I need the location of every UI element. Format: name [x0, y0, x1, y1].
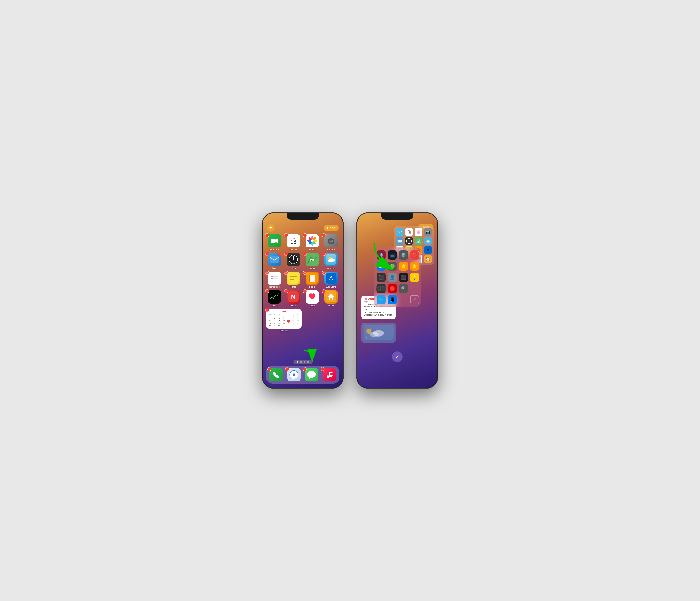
app-clock[interactable]: − 12 6 9 3 — [285, 253, 302, 269]
delete-badge[interactable]: − — [303, 233, 307, 237]
svg-rect-71 — [329, 372, 330, 377]
dock-messages[interactable]: − — [304, 368, 320, 382]
delete-badge[interactable]: − — [303, 252, 307, 256]
clock-label: Clock — [291, 267, 296, 269]
empty2 — [399, 295, 408, 304]
home-icon — [324, 290, 338, 304]
mail-label: Mail — [273, 267, 276, 269]
safari-icon — [287, 368, 301, 382]
svg-rect-72 — [333, 372, 333, 376]
svg-text:N: N — [291, 293, 296, 300]
right-notch — [381, 213, 413, 219]
folder-app: 🌸 — [415, 228, 422, 236]
add-button[interactable]: + — [267, 224, 275, 232]
delete-badge[interactable]: − — [284, 289, 288, 293]
dock-music[interactable]: − — [321, 368, 338, 382]
svg-rect-40 — [273, 281, 277, 281]
folder-app: 📷 — [424, 228, 432, 236]
delete-badge[interactable]: − — [284, 271, 288, 275]
svg-rect-1 — [271, 239, 276, 243]
right-phone: Done FRI18 🌸 📷 ✉️ 🗺️ ⛅ 📋 📝 — [356, 212, 438, 389]
svg-rect-73 — [397, 231, 402, 234]
svg-rect-43 — [290, 278, 297, 279]
notes-label: Notes — [291, 286, 296, 288]
empty-slot — [410, 284, 419, 293]
messages-icon — [305, 368, 318, 382]
svg-rect-42 — [290, 276, 297, 277]
delete-badge[interactable]: − — [303, 289, 307, 293]
svg-text:280: 280 — [311, 259, 314, 261]
calendar-widget[interactable]: − JUNE MTWTFSS 12345 78910111213 1415161… — [266, 309, 302, 332]
app-notes[interactable]: − Notes — [285, 271, 302, 288]
svg-rect-38 — [273, 279, 278, 279]
delete-badge[interactable]: − — [265, 233, 269, 237]
weather-icon — [324, 253, 338, 266]
dot-1 — [297, 361, 298, 363]
confirm-checkmark[interactable]: ✓ — [410, 295, 419, 304]
app-books[interactable]: − Books — [304, 271, 321, 288]
app-camera[interactable]: − Camera — [323, 234, 340, 251]
reminders-icon — [268, 271, 281, 285]
app-facetime[interactable]: − FaceTime — [266, 234, 283, 251]
app-reminders[interactable]: − Reminders — [266, 271, 283, 288]
app-stocks[interactable]: − Stocks — [266, 290, 283, 307]
delete-badge[interactable]: − — [285, 367, 289, 371]
health-label: Health — [309, 304, 316, 307]
calendar-icon: FRI 18 — [287, 234, 300, 247]
notes-icon — [287, 271, 300, 285]
svg-point-35 — [271, 276, 273, 277]
delete-badge[interactable]: − — [303, 271, 307, 275]
app-photos[interactable]: − — [304, 234, 321, 251]
delete-badge[interactable]: − — [267, 367, 271, 371]
app-news[interactable]: − N News — [285, 290, 302, 307]
folder-app: A — [424, 246, 432, 254]
weather-widget-right: 🔍 📍 — [361, 322, 396, 343]
done-button[interactable]: Done — [324, 225, 339, 231]
facetime-label: FaceTime — [270, 249, 279, 251]
delete-badge[interactable]: − — [322, 271, 326, 275]
dock-phone[interactable]: − — [268, 368, 284, 382]
tips-icon: 💡 — [410, 273, 419, 282]
books-icon — [305, 271, 319, 285]
confirm-button[interactable]: ✓ — [392, 351, 403, 362]
delete-badge[interactable]: − — [265, 252, 269, 256]
delete-badge[interactable]: − — [265, 271, 269, 275]
app-home[interactable]: − Home — [323, 290, 340, 307]
delete-badge[interactable]: − — [265, 289, 269, 293]
app-health[interactable]: − Health — [304, 290, 321, 307]
delete-badge[interactable]: − — [303, 367, 307, 371]
app-weather[interactable]: − Weather — [323, 253, 340, 269]
svg-text:12: 12 — [293, 255, 294, 256]
appstore-icon: A — [324, 271, 338, 285]
stocks-icon — [268, 290, 281, 304]
app-appstore[interactable]: − A App Store — [323, 271, 340, 288]
photos-label: Photos — [309, 249, 316, 251]
delete-badge[interactable]: − — [322, 289, 326, 293]
facetime-icon — [268, 234, 281, 247]
delete-badge[interactable]: − — [265, 308, 269, 312]
app-calendar[interactable]: − FRI 18 Calendar — [285, 234, 302, 251]
delete-badge[interactable]: − — [284, 252, 288, 256]
svg-marker-67 — [309, 377, 311, 379]
app-mail[interactable]: − 1 Mail — [266, 253, 283, 269]
twitter-icon: 🐦 — [377, 295, 386, 304]
notch — [287, 213, 319, 219]
news-icon: N — [287, 290, 300, 304]
dock-safari[interactable]: − — [286, 368, 302, 382]
delete-badge[interactable]: − — [322, 233, 326, 237]
svg-rect-50 — [311, 279, 313, 279]
news-label: News — [291, 304, 296, 307]
calendar-widget-content: JUNE MTWTFSS 12345 78910111213 141516171… — [266, 309, 302, 329]
svg-text:🔍 📍: 🔍 📍 — [366, 336, 370, 339]
stocks-label: Stocks — [271, 304, 278, 307]
delete-badge[interactable]: − — [284, 233, 288, 237]
star2-icon: 🌟 — [410, 262, 419, 271]
delete-badge[interactable]: − — [321, 367, 324, 371]
folder-app: ⛅ — [424, 237, 432, 245]
mail-badge: 1 — [278, 253, 281, 256]
delete-badge[interactable]: − — [322, 252, 326, 256]
svg-rect-36 — [273, 276, 278, 277]
app-maps[interactable]: − 280 Maps — [304, 253, 321, 269]
svg-point-12 — [311, 239, 314, 242]
svg-point-81 — [370, 332, 379, 337]
